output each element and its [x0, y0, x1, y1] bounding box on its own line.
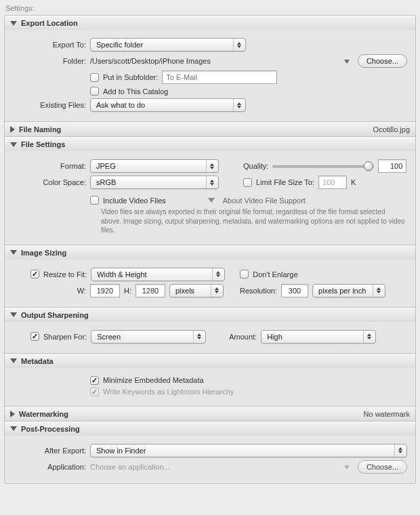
slider-knob-icon — [364, 161, 373, 171]
amount-select[interactable]: High — [261, 330, 376, 344]
include-video-checkbox[interactable] — [90, 196, 99, 205]
resize-mode-select[interactable]: Width & Height — [91, 268, 225, 281]
export-to-select[interactable]: Specific folder — [90, 38, 246, 52]
put-in-subfolder-label: Put in Subfolder: — [103, 73, 158, 81]
format-value: JPEG — [96, 162, 203, 170]
put-in-subfolder-checkbox[interactable] — [90, 73, 99, 82]
section-header-metadata[interactable]: Metadata — [5, 354, 415, 368]
minimize-metadata-checkbox[interactable] — [90, 376, 99, 385]
resize-to-fit-checkbox[interactable] — [30, 270, 39, 279]
updown-icon — [394, 445, 404, 457]
section-title: Watermarking — [19, 410, 364, 418]
format-label: Format: — [13, 162, 86, 170]
add-to-catalog-checkbox[interactable] — [90, 87, 99, 96]
width-input[interactable] — [90, 284, 120, 297]
choose-application-button[interactable]: Choose... — [358, 460, 407, 474]
updown-icon — [206, 176, 215, 188]
section-title: Post-Processing — [21, 425, 410, 433]
choose-folder-button[interactable]: Choose... — [358, 54, 407, 68]
updown-icon — [233, 99, 243, 111]
updown-icon — [211, 285, 220, 297]
section-metadata: Metadata Minimize Embedded Metadata Writ… — [5, 354, 415, 407]
section-watermarking: Watermarking No watermark — [5, 407, 415, 421]
quality-input[interactable] — [378, 159, 406, 173]
amount-label: Amount: — [229, 333, 257, 341]
section-title: Output Sharpening — [21, 311, 410, 319]
limit-file-size-input[interactable] — [318, 176, 347, 189]
sharpen-for-checkbox[interactable] — [30, 332, 39, 341]
disclosure-right-icon — [10, 411, 15, 417]
updown-icon — [373, 285, 382, 297]
export-to-value: Specific folder — [96, 41, 230, 49]
section-image-sizing: Image Sizing Resize to Fit: Width & Heig… — [5, 245, 415, 308]
dont-enlarge-label: Don't Enlarge — [253, 270, 297, 279]
height-label: H: — [124, 287, 131, 295]
updown-icon — [193, 331, 203, 343]
format-select[interactable]: JPEG — [90, 159, 219, 173]
folder-label: Folder: — [13, 57, 86, 65]
limit-unit-label: K — [351, 178, 356, 186]
quality-label: Quality: — [243, 162, 268, 170]
section-title: Metadata — [21, 357, 410, 365]
section-title: File Settings — [21, 140, 410, 148]
include-video-label: Include Video Files — [103, 197, 166, 205]
resolution-input[interactable] — [281, 284, 308, 297]
minimize-metadata-label: Minimize Embedded Metadata — [103, 376, 204, 384]
color-space-label: Color Space: — [13, 178, 86, 186]
application-dropdown-icon[interactable] — [344, 466, 350, 470]
subfolder-input[interactable] — [162, 70, 277, 84]
settings-label: Settings: — [4, 3, 416, 15]
settings-panel: Export Location Export To: Specific fold… — [4, 15, 416, 484]
limit-file-size-checkbox[interactable] — [243, 178, 252, 187]
height-input[interactable] — [135, 284, 165, 297]
updown-icon — [206, 160, 215, 172]
section-header-watermarking[interactable]: Watermarking No watermark — [5, 407, 415, 421]
width-label: W: — [13, 287, 86, 295]
size-unit-value: pixels — [175, 287, 208, 295]
section-header-export-location[interactable]: Export Location — [5, 16, 415, 30]
application-label: Application: — [13, 463, 86, 471]
disclosure-down-icon — [10, 312, 17, 317]
write-keywords-checkbox — [90, 388, 99, 396]
section-header-file-naming[interactable]: File Naming Ocotillo.jpg — [5, 122, 415, 136]
folder-dropdown-icon[interactable] — [344, 60, 350, 64]
folder-path: /Users/scott/Desktop/iPhone Images — [90, 57, 211, 65]
existing-files-label: Existing Files: — [13, 101, 86, 109]
disclosure-down-icon — [10, 250, 17, 255]
limit-file-size-label: Limit File Size To: — [256, 178, 314, 186]
sharpen-for-select[interactable]: Screen — [91, 330, 206, 344]
updown-icon — [212, 268, 222, 281]
watermarking-aux: No watermark — [364, 410, 410, 418]
section-file-naming: File Naming Ocotillo.jpg — [5, 122, 415, 137]
add-to-catalog-label: Add to This Catalog — [103, 87, 168, 96]
disclosure-down-icon — [10, 142, 17, 147]
disclosure-right-icon — [10, 126, 15, 133]
size-unit-select[interactable]: pixels — [169, 284, 224, 297]
color-space-value: sRGB — [96, 178, 203, 186]
section-output-sharpening: Output Sharpening Sharpen For: Screen Am… — [5, 308, 415, 354]
export-to-label: Export To: — [13, 41, 86, 49]
color-space-select[interactable]: sRGB — [90, 176, 219, 189]
quality-slider[interactable] — [272, 160, 374, 172]
amount-value: High — [267, 333, 360, 341]
write-keywords-label: Write Keywords as Lightroom Hierarchy — [103, 388, 234, 396]
existing-files-select[interactable]: Ask what to do — [90, 98, 246, 112]
dont-enlarge-checkbox[interactable] — [240, 270, 249, 279]
disclosure-down-icon — [10, 358, 17, 363]
resolution-unit-value: pixels per inch — [318, 287, 370, 295]
section-post-processing: Post-Processing After Export: Show in Fi… — [5, 421, 415, 483]
about-video-label[interactable]: About Video File Support — [223, 197, 306, 205]
section-export-location: Export Location Export To: Specific fold… — [5, 16, 415, 122]
resolution-label: Resolution: — [240, 287, 277, 295]
section-header-file-settings[interactable]: File Settings — [5, 137, 415, 151]
section-header-image-sizing[interactable]: Image Sizing — [5, 245, 415, 260]
disclosure-down-icon[interactable] — [208, 198, 215, 203]
section-header-output-sharpening[interactable]: Output Sharpening — [5, 308, 415, 322]
after-export-select[interactable]: Show in Finder — [90, 444, 407, 457]
application-placeholder: Choose an application... — [90, 463, 340, 471]
file-naming-aux: Ocotillo.jpg — [373, 125, 410, 133]
disclosure-down-icon — [10, 426, 17, 431]
resolution-unit-select[interactable]: pixels per inch — [312, 284, 385, 297]
section-file-settings: File Settings Format: JPEG Quality: — [5, 137, 415, 245]
section-header-post-processing[interactable]: Post-Processing — [5, 421, 415, 436]
